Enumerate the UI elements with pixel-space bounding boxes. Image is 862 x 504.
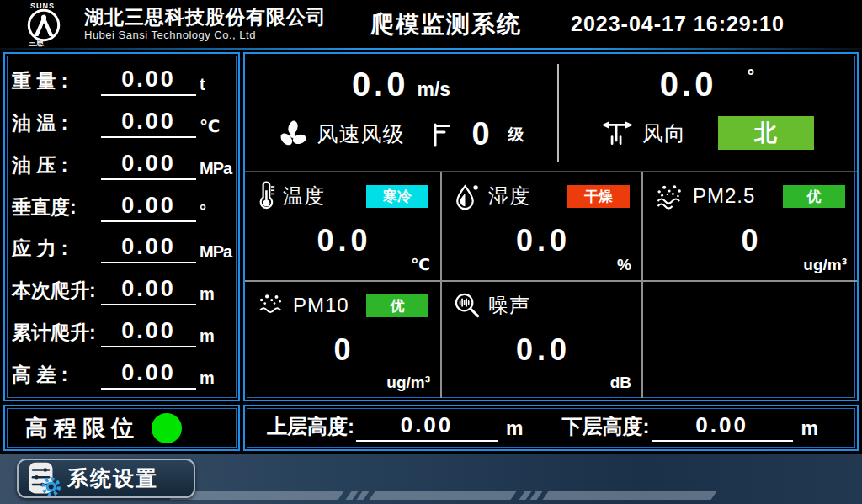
metric-unit: m <box>200 284 231 309</box>
metric-value: 0.00 <box>101 318 196 347</box>
status-badge: 优 <box>783 185 845 208</box>
lower-height-value: 0.00 <box>652 412 793 442</box>
metric-row-total-climb: 累计爬升: 0.00 m <box>12 312 231 351</box>
env-value: 0 <box>655 223 849 258</box>
company-name-cn: 湖北三思科技股份有限公司 <box>84 7 327 28</box>
env-unit: % <box>617 256 631 274</box>
lower-height-unit: m <box>801 417 818 443</box>
wind-direction-value: 0.0 <box>660 66 717 103</box>
wind-speed-unit: m/s <box>417 78 450 101</box>
droplet-icon <box>454 182 481 210</box>
env-cell-temperature: 温度 寒冷 0.0 ℃ <box>245 172 442 282</box>
metric-value: 0.00 <box>101 234 196 263</box>
metric-label: 油 压 : <box>12 152 101 183</box>
wind-direction-label: 风向 <box>642 119 686 147</box>
monitoring-screen: SUNS 三思 湖北三思科技股份有限公司 Hubei Sansi Technol… <box>0 0 862 504</box>
header: SUNS 三思 湖北三思科技股份有限公司 Hubei Sansi Technol… <box>0 0 862 48</box>
upper-height-value: 0.00 <box>356 412 498 442</box>
footer-stripe <box>369 491 516 500</box>
system-settings-button[interactable]: 系统设置 <box>17 459 195 498</box>
env-unit: ug/m³ <box>803 256 847 274</box>
metric-label: 累计爬升: <box>12 320 101 351</box>
thermometer-icon <box>257 181 275 211</box>
wind-speed-label: 风速风级 <box>317 120 404 148</box>
status-badge <box>567 294 630 317</box>
env-cell-pm10: PM10 优 0 ug/m³ <box>245 282 442 398</box>
wind-direction-unit: ° <box>747 66 754 88</box>
metric-label: 本次爬升: <box>12 278 101 309</box>
metric-unit: t <box>200 75 231 99</box>
env-label: PM2.5 <box>693 184 755 208</box>
wind-level-value: 0 <box>471 116 489 152</box>
wind-level-icon <box>431 122 451 147</box>
metric-value: 0.00 <box>101 276 196 305</box>
wind-speed-block: 0.0 m/s 风速风级 <box>245 54 557 171</box>
wind-level-unit: 级 <box>508 124 524 146</box>
footer-stripe <box>356 491 369 500</box>
env-cell-humidity: 湿度 干燥 0.0 % <box>442 172 643 282</box>
env-value: 0.0 <box>257 223 432 258</box>
elevation-limit-label: 高程限位 <box>25 413 140 443</box>
settings-sliders-gear-icon <box>27 462 61 496</box>
metric-unit: ℃ <box>200 116 231 141</box>
upper-height-label: 上层高度: <box>267 413 354 443</box>
header-accent-line <box>0 48 862 50</box>
metric-unit: m <box>200 326 231 351</box>
env-label: 噪声 <box>488 292 530 319</box>
env-cell-pm25: PM2.5 优 0 ug/m³ <box>643 172 857 282</box>
fan-icon <box>278 119 308 150</box>
metric-label: 重 量 : <box>12 68 101 99</box>
metric-value: 0.00 <box>101 360 196 390</box>
system-settings-label: 系统设置 <box>67 464 158 492</box>
status-badge: 干燥 <box>567 185 630 208</box>
elevation-limit-status-indicator <box>152 413 182 443</box>
footer-stripe <box>169 491 343 500</box>
upper-height-group: 上层高度: 0.00 m <box>267 412 523 443</box>
dust-icon <box>257 293 285 318</box>
wind-speed-value: 0.0 <box>352 66 409 103</box>
timestamp: 2023-04-17 16:29:10 <box>571 12 785 36</box>
dashboard-panel: 0.0 m/s 风速风级 <box>243 52 859 401</box>
metric-label: 应 力 : <box>12 236 101 267</box>
dust-icon <box>655 183 685 210</box>
wind-section: 0.0 m/s 风速风级 <box>245 54 857 172</box>
metric-unit: MPa <box>200 159 231 183</box>
env-label: 湿度 <box>488 183 530 210</box>
metric-row-weight: 重 量 : 0.00 t <box>12 61 231 99</box>
metric-label: 油 温 : <box>12 110 101 141</box>
env-value: 0 <box>257 332 432 368</box>
metric-unit: m <box>200 369 231 393</box>
wind-vane-icon <box>600 119 634 146</box>
metric-row-stress: 应 力 : 0.00 MPa <box>12 228 231 267</box>
env-label: 温度 <box>283 183 325 210</box>
metric-value: 0.00 <box>101 193 196 222</box>
metric-row-verticality: 垂直度: 0.00 ° <box>12 187 231 225</box>
environment-grid: 温度 寒冷 0.0 ℃ 湿度 干燥 0.0 % <box>245 172 857 398</box>
noise-icon <box>454 292 481 319</box>
heights-box: 上层高度: 0.00 m 下层高度: 0.00 m <box>243 405 859 451</box>
metric-value: 0.00 <box>101 109 196 138</box>
status-badge: 优 <box>366 294 428 317</box>
metric-row-oil-pressure: 油 压 : 0.00 MPa <box>12 145 231 183</box>
metric-label: 高 差 : <box>12 362 101 393</box>
lower-height-label: 下层高度: <box>562 413 650 443</box>
footer-stripe <box>542 491 716 500</box>
lower-height-group: 下层高度: 0.00 m <box>562 412 818 443</box>
metric-row-height-diff: 高 差 : 0.00 m <box>12 354 231 393</box>
page-title: 爬模监测系统 <box>370 8 522 40</box>
metric-row-oil-temp: 油 温 : 0.00 ℃ <box>12 103 231 141</box>
metric-unit: ° <box>200 201 231 225</box>
wind-direction-block: 0.0 ° 风向 北 <box>557 54 857 171</box>
metric-label: 垂直度: <box>12 194 101 225</box>
wind-direction-badge: 北 <box>718 116 814 150</box>
env-value: 0.0 <box>454 223 633 258</box>
company-name: 湖北三思科技股份有限公司 Hubei Sansi Technology Co.,… <box>84 7 327 42</box>
footer-bar: 系统设置 <box>0 454 862 504</box>
suns-logo-icon <box>27 8 61 42</box>
elevation-limit-box: 高程限位 <box>3 405 240 451</box>
metric-row-current-climb: 本次爬升: 0.00 m <box>12 270 231 309</box>
logo-sansi-text: 三思 <box>29 38 44 49</box>
env-unit: ℃ <box>411 255 430 274</box>
metric-unit: MPa <box>200 242 231 267</box>
upper-height-unit: m <box>506 417 523 443</box>
